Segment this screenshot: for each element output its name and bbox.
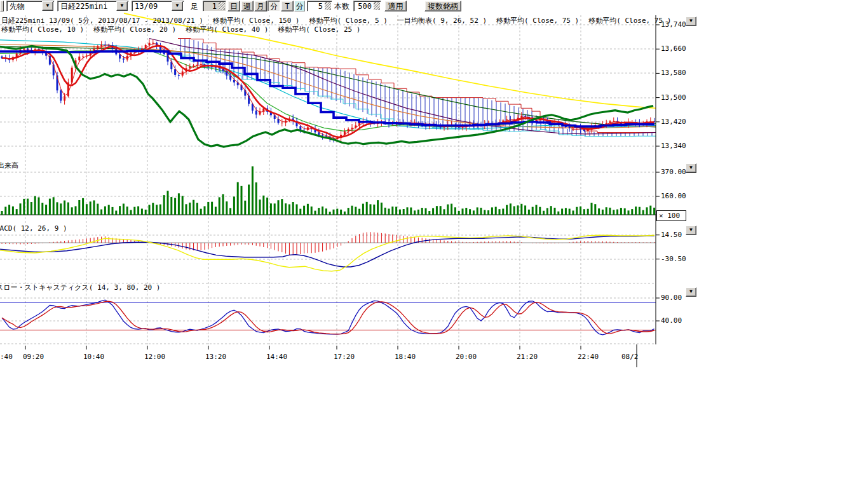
bar-count-stepper[interactable]: 500 (353, 1, 381, 11)
category-select-value[interactable]: 先物 (7, 1, 42, 11)
chart-application: 先物 ▼ 日経225mini ▼ 13/09 ▼ 足 1 日週月分T 分 5 本… (0, 0, 868, 488)
y-axis-tick-label: 160.00 (661, 192, 686, 200)
macd-panel-label: MACD( 12, 26, 9 ) (0, 224, 67, 233)
chevron-down-icon[interactable]: ▼ (42, 1, 53, 11)
volume-panel-label: 出来高 (0, 161, 18, 170)
legend-item: 移動平均( Close, 25 ) (278, 25, 360, 34)
y-axis-tick-label: 13,500 (661, 93, 686, 102)
price-legend-row2: 移動平均( Close, 10 )移動平均( Close, 20 )移動平均( … (1, 25, 360, 34)
bar-count-value: 500 (354, 1, 373, 11)
legend-item: 一目均衡表( 9, 26, 52 ) (397, 16, 487, 25)
y-axis-tick-label: 14.50 (661, 231, 682, 239)
toolbar: 先物 ▼ 日経225mini ▼ 13/09 ▼ 足 1 日週月分T 分 5 本… (0, 0, 868, 13)
y-axis-tick-label: 370.00 (661, 168, 686, 176)
period-button-月[interactable]: 月 (254, 1, 267, 11)
period-button-日[interactable]: 日 (227, 1, 240, 11)
time-axis-tick-label: 20:00 (456, 353, 477, 361)
apply-button[interactable]: 適用 (384, 1, 407, 11)
y-axis-tick-label: 13,580 (661, 69, 686, 77)
price-legend-row1: 日経225mini 13/09( 5分, 2013/08/17 - 2013/0… (1, 16, 671, 25)
contract-month-select[interactable]: 13/09 ▼ (132, 1, 184, 11)
chevron-down-icon[interactable]: ▼ (116, 1, 128, 11)
spinner-grip-icon[interactable] (325, 2, 331, 10)
time-axis-tick-label: :40 (0, 353, 13, 361)
multi-symbol-button[interactable]: 複数銘柄 (424, 1, 461, 11)
minute-value-stepper[interactable]: 5 (307, 1, 332, 11)
time-axis-tick-label: 18:40 (395, 353, 416, 361)
legend-item: 移動平均( Close, 5 ) (309, 16, 388, 25)
legend-item: 移動平均( Close, 75 ) (496, 16, 579, 25)
legend-item: 日経225mini 13/09( 5分, 2013/08/17 - 2013/0… (1, 16, 203, 25)
time-axis-tick-label: 13:20 (205, 353, 226, 361)
bar-interval-value: 1 (203, 1, 218, 11)
spinner-grip-icon[interactable] (219, 2, 225, 10)
time-axis-tick-label: 09:20 (23, 353, 44, 361)
minute-mode-label: 分 (294, 1, 305, 11)
y-axis-tick-label: 40.00 (661, 316, 682, 325)
chart-canvas[interactable] (0, 13, 705, 394)
category-select[interactable]: 先物 ▼ (6, 1, 55, 11)
bar-count-label: 本数 (334, 1, 349, 11)
volume-multiplier-badge: × 100 (656, 210, 686, 221)
minute-value: 5 (308, 1, 324, 11)
contract-month-value[interactable]: 13/09 (132, 1, 172, 11)
stoch-panel-menu-button[interactable]: ▼ (686, 287, 696, 297)
symbol-select[interactable]: 日経225mini ▼ (57, 1, 129, 11)
time-axis-tick-label: 14:40 (266, 353, 287, 361)
y-axis-tick-label: 13,340 (661, 142, 686, 150)
symbol-select-value[interactable]: 日経225mini (58, 1, 116, 11)
y-axis-tick-label: 13,660 (661, 44, 686, 53)
chevron-down-icon[interactable]: ▼ (172, 1, 183, 11)
volume-panel-menu-button[interactable]: ▼ (686, 163, 696, 173)
y-axis-tick-label: 13,740 (661, 20, 686, 29)
time-axis-tick-label: 12:00 (144, 353, 165, 361)
bar-interval-stepper[interactable]: 1 (203, 1, 226, 11)
period-button-週[interactable]: 週 (241, 1, 254, 11)
time-axis-tick-label: 21:20 (517, 353, 538, 361)
y-axis-tick-label: 13,420 (661, 118, 686, 126)
macd-panel-menu-button[interactable]: ▼ (686, 226, 696, 235)
bar-type-label: 足 (191, 1, 198, 11)
y-axis-tick-label: -30.50 (661, 255, 686, 263)
chart-region: 日経225mini 13/09( 5分, 2013/08/17 - 2013/0… (0, 13, 705, 394)
legend-item: 移動平均( Close, 40 ) (186, 25, 268, 34)
clipped-widget-fragment (0, 1, 4, 11)
stoch-panel-label: スロー・ストキャスティクス( 14, 3, 80, 20 ) (0, 283, 160, 292)
spinner-grip-icon[interactable] (374, 2, 380, 10)
legend-item: 移動平均( Close, 20 ) (93, 25, 176, 34)
legend-item: 移動平均( Close, 10 ) (1, 25, 84, 34)
period-button-T[interactable]: T (281, 1, 294, 11)
legend-item: 移動平均( Close, 75 ) (588, 16, 671, 25)
period-button-分[interactable]: 分 (268, 1, 280, 11)
time-axis-tick-label: 08/2 (621, 353, 639, 361)
y-axis-tick-label: 90.00 (661, 294, 682, 302)
time-axis-tick-label: 17:20 (334, 353, 355, 361)
time-axis-tick-label: 10:40 (83, 353, 104, 361)
time-axis-tick-label: 22:40 (578, 353, 599, 361)
legend-item: 移動平均( Close, 150 ) (213, 16, 300, 25)
price-panel-menu-button[interactable]: ▼ (686, 17, 696, 26)
